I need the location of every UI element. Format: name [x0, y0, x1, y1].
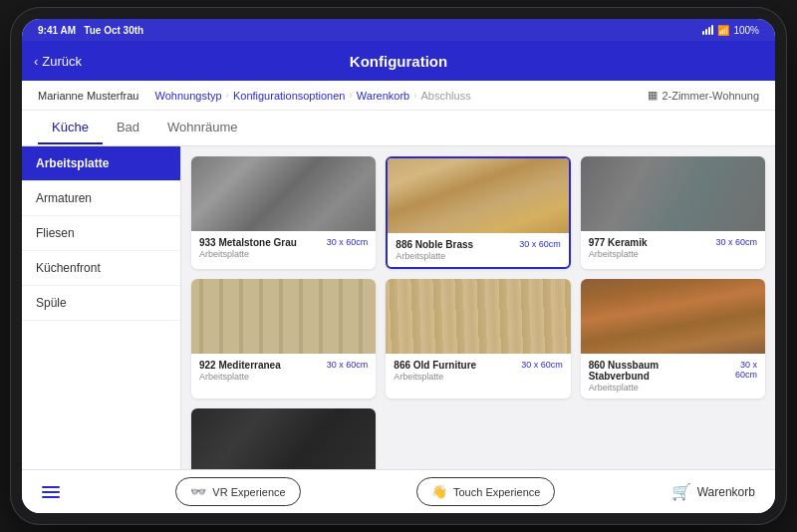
- tab-kueche[interactable]: Küche: [38, 112, 103, 144]
- header-title: Konfiguration: [350, 53, 447, 70]
- product-image-922: [191, 279, 376, 354]
- main-content: Arbeitsplatte Armaturen Fliesen Küchenfr…: [22, 146, 775, 469]
- breadcrumb-sep-3: ›: [413, 90, 416, 101]
- sidebar: Arbeitsplatte Armaturen Fliesen Küchenfr…: [22, 146, 181, 469]
- breadcrumb-abschluss: Abschluss: [421, 90, 471, 102]
- sidebar-item-spuele[interactable]: Spüle: [22, 286, 180, 321]
- vr-experience-button[interactable]: 👓 VR Experience: [175, 477, 300, 506]
- product-size-933: 30 x 60cm: [327, 237, 369, 247]
- product-image-860: [581, 279, 765, 354]
- back-button[interactable]: ‹ Zurück: [34, 54, 82, 69]
- sidebar-item-fliesen[interactable]: Fliesen: [22, 216, 180, 251]
- product-category-977: Arbeitsplatte: [589, 249, 648, 259]
- cart-icon: 🛒: [671, 482, 691, 501]
- product-name-860: 860 Nussbaum Stabverbund: [589, 360, 717, 382]
- menu-button[interactable]: [42, 486, 60, 498]
- tab-bad[interactable]: Bad: [103, 112, 153, 144]
- breadcrumb-konfigurationsoptionen[interactable]: Konfigurationsoptionen: [233, 90, 346, 102]
- product-card-860[interactable]: 860 Nussbaum Stabverbund Arbeitsplatte 3…: [581, 279, 765, 399]
- product-name-886: 886 Noble Brass: [396, 239, 473, 250]
- status-bar: 9:41 AM Tue Oct 30th 📶 100%: [22, 19, 775, 41]
- bottom-bar: 👓 VR Experience 👋 Touch Experience 🛒 War…: [22, 469, 775, 513]
- burger-line-2: [42, 491, 60, 493]
- product-name-933: 933 Metalstone Grau: [199, 237, 297, 248]
- product-size-886: 30 x 60cm: [519, 239, 561, 249]
- product-card-933[interactable]: 933 Metalstone Grau Arbeitsplatte 30 x 6…: [191, 156, 376, 269]
- sidebar-item-arbeitsplatte[interactable]: Arbeitsplatte: [22, 146, 180, 181]
- tablet-frame: 9:41 AM Tue Oct 30th 📶 100% ‹ Zurück Kon…: [10, 7, 787, 525]
- product-image-886: [388, 158, 568, 233]
- tabs-bar: Küche Bad Wohnräume: [22, 111, 775, 146]
- product-category-886: Arbeitsplatte: [396, 251, 473, 261]
- product-card-840[interactable]: [191, 408, 376, 469]
- product-info-977: 977 Keramik Arbeitsplatte 30 x 60cm: [581, 231, 765, 265]
- product-size-977: 30 x 60cm: [715, 237, 757, 247]
- burger-line-1: [42, 486, 60, 488]
- tablet-screen: 9:41 AM Tue Oct 30th 📶 100% ‹ Zurück Kon…: [22, 19, 775, 513]
- tab-wohnraeume[interactable]: Wohnräume: [153, 112, 252, 144]
- product-card-977[interactable]: 977 Keramik Arbeitsplatte 30 x 60cm: [581, 156, 765, 269]
- status-indicators: 📶 100%: [702, 25, 759, 36]
- main-tabs: Küche Bad Wohnräume: [38, 112, 252, 144]
- product-image-977: [581, 156, 765, 231]
- breadcrumb-sep-1: ›: [226, 90, 229, 101]
- sidebar-item-armaturen[interactable]: Armaturen: [22, 181, 180, 216]
- breadcrumb-user: Marianne Musterfrau: [38, 90, 139, 102]
- product-category-866: Arbeitsplatte: [394, 372, 476, 382]
- product-card-886[interactable]: 886 Noble Brass Arbeitsplatte 30 x 60cm: [386, 156, 570, 269]
- product-name-866: 866 Old Furniture: [394, 360, 476, 371]
- cart-button[interactable]: 🛒 Warenkorb: [671, 482, 755, 501]
- vr-label: VR Experience: [212, 486, 285, 498]
- product-size-860: 30 x 60cm: [717, 360, 757, 380]
- touch-icon: 👋: [431, 484, 447, 499]
- status-time: 9:41 AM Tue Oct 30th: [38, 25, 143, 36]
- product-card-866[interactable]: 866 Old Furniture Arbeitsplatte 30 x 60c…: [386, 279, 570, 399]
- sidebar-item-kuechenfront[interactable]: Küchenfront: [22, 251, 180, 286]
- products-grid: 933 Metalstone Grau Arbeitsplatte 30 x 6…: [191, 156, 765, 469]
- product-size-922: 30 x 60cm: [327, 360, 369, 370]
- product-info-933: 933 Metalstone Grau Arbeitsplatte 30 x 6…: [191, 231, 376, 265]
- breadcrumb-wohnungstyp[interactable]: Wohnungstyp: [155, 90, 222, 102]
- touch-label: Touch Experience: [453, 486, 540, 498]
- product-image-866: [386, 279, 570, 354]
- product-info-886: 886 Noble Brass Arbeitsplatte 30 x 60cm: [388, 233, 568, 267]
- wifi-icon: 📶: [717, 25, 729, 36]
- breadcrumb-sep-2: ›: [349, 90, 352, 101]
- touch-experience-button[interactable]: 👋 Touch Experience: [416, 477, 555, 506]
- vr-icon: 👓: [190, 484, 206, 499]
- product-info-866: 866 Old Furniture Arbeitsplatte 30 x 60c…: [386, 354, 570, 388]
- product-category-860: Arbeitsplatte: [589, 383, 717, 393]
- product-info-922: 922 Mediterranea Arbeitsplatte 30 x 60cm: [191, 354, 376, 388]
- breadcrumb-items: Wohnungstyp › Konfigurationsoptionen › W…: [155, 90, 649, 102]
- products-area: 933 Metalstone Grau Arbeitsplatte 30 x 6…: [181, 146, 775, 469]
- product-name-922: 922 Mediterranea: [199, 360, 281, 371]
- product-image-840: [191, 408, 376, 469]
- battery-label: 100%: [733, 25, 759, 36]
- product-size-866: 30 x 60cm: [521, 360, 563, 370]
- product-image-933: [191, 156, 376, 231]
- product-name-977: 977 Keramik: [589, 237, 648, 248]
- header: ‹ Zurück Konfiguration: [22, 41, 775, 81]
- building-icon: ▦: [648, 89, 658, 102]
- chevron-left-icon: ‹: [34, 54, 38, 69]
- product-category-933: Arbeitsplatte: [199, 249, 297, 259]
- product-category-922: Arbeitsplatte: [199, 372, 281, 382]
- breadcrumb-warenkorb[interactable]: Warenkorb: [357, 90, 409, 102]
- room-badge: ▦ 2-Zimmer-Wohnung: [648, 89, 759, 102]
- breadcrumb-bar: Marianne Musterfrau Wohnungstyp › Konfig…: [22, 81, 775, 111]
- cart-label: Warenkorb: [697, 485, 755, 499]
- product-info-860: 860 Nussbaum Stabverbund Arbeitsplatte 3…: [581, 354, 765, 399]
- product-card-922[interactable]: 922 Mediterranea Arbeitsplatte 30 x 60cm: [191, 279, 376, 399]
- burger-line-3: [42, 496, 60, 498]
- signal-icon: [702, 25, 713, 35]
